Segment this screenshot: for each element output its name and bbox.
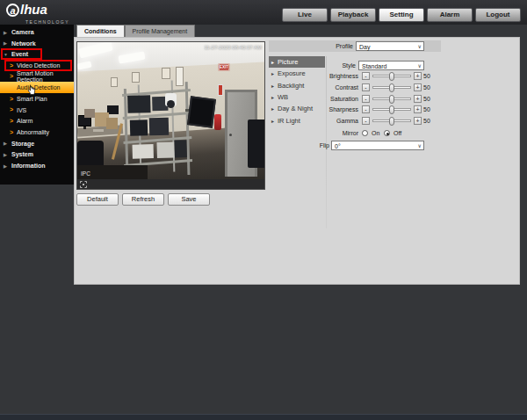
sidebar-item-video-detection[interactable]: > Video Detection [0,60,74,71]
cursor-hand-icon [26,84,37,96]
logout-button[interactable]: Logout [475,8,521,22]
logo-a-ring: a [6,4,19,17]
chevron-right-icon: > [10,118,13,124]
sidebar-item-label: Audio Detection [17,84,60,91]
monitor-stand [83,127,86,129]
sharpness-slider-thumb[interactable] [389,105,394,114]
gamma-minus-button[interactable]: - [362,117,370,125]
flip-select[interactable]: 0° ∨ [331,141,424,150]
contrast-minus-button[interactable]: - [362,83,370,91]
sidebar-item-storage[interactable]: ▶ Storage [0,138,74,149]
save-button[interactable]: Save [168,193,210,206]
rack-equipment [130,119,148,136]
tab-conditions[interactable]: Conditions [76,25,125,37]
top-header: alhua TECHNOLOGY Live Playback Setting A… [0,0,527,25]
live-button[interactable]: Live [282,8,328,22]
sidebar-item-event[interactable]: ▼ Event [0,48,74,60]
saturation-slider[interactable] [372,98,411,100]
desk-monitor [248,119,264,168]
sidebar-item-label: Smart Plan [17,96,47,102]
sidebar-item-smart-plan[interactable]: > Smart Plan [0,93,74,105]
saturation-plus-button[interactable]: + [414,95,422,103]
rack-equipment [127,95,151,113]
brightness-slider[interactable] [372,75,411,77]
sidebar-item-audio-detection[interactable]: Audio Detection [0,82,74,93]
style-select[interactable]: Standard ∨ [358,61,424,70]
menu-item-label: WB [278,93,288,101]
brightness-slider-thumb[interactable] [389,72,394,81]
chevron-right-icon: ▶ [4,152,7,157]
refresh-button[interactable]: Refresh [122,193,164,206]
contrast-plus-button[interactable]: + [414,83,422,91]
setting-button[interactable]: Setting [379,8,424,22]
sharpness-label: Sharpness [288,105,358,114]
gamma-slider-thumb[interactable] [389,117,394,126]
sidebar-item-abnormality[interactable]: > Abnormality [0,127,74,138]
fullscreen-icon[interactable] [80,181,87,188]
saturation-label: Saturation [288,95,358,104]
sidebar-menu: ▶ Camera ▶ Network ▼ Event > Video Detec… [0,25,74,185]
triangle-right-icon: ▸ [271,59,274,65]
dahua-camera-web-ui: alhua TECHNOLOGY Live Playback Setting A… [0,0,527,420]
gamma-plus-button[interactable]: + [414,117,422,125]
mirror-label: Mirror [288,129,358,138]
brightness-plus-button[interactable]: + [414,72,422,80]
sidebar-item-label: Network [11,40,36,47]
alarm-button[interactable]: Alarm [427,8,473,22]
sidebar-item-smart-motion-detection[interactable]: > Smart Motion Detection [0,71,74,83]
contrast-value: 50 [423,83,436,92]
brightness-label: Brightness [288,72,358,81]
sidebar-item-network[interactable]: ▶ Network [0,38,74,49]
saturation-slider-thumb[interactable] [389,95,394,104]
flip-select-value: 0° [335,143,341,149]
mirror-on-label: On [372,129,379,138]
chevron-right-icon: ▶ [4,163,7,169]
triangle-right-icon: ▸ [271,105,274,112]
top-nav: Live Playback Setting Alarm Logout [282,8,521,22]
rack-equipment [133,144,154,159]
playback-button[interactable]: Playback [330,8,376,22]
saturation-minus-button[interactable]: - [362,95,370,103]
tab-profile-management[interactable]: Profile Management [125,25,196,37]
sidebar-item-ivs[interactable]: > IVS [0,105,74,116]
sharpness-slider[interactable] [372,108,411,111]
contrast-slider[interactable] [372,86,411,89]
mirror-on-radio[interactable] [362,130,368,136]
ptz-dome-camera [165,93,177,106]
video-timestamp: 11-27-2023 08:40:37 AM [204,45,262,50]
tab-bar: Conditions Profile Management [76,25,195,37]
camera-scene: EXIT [77,42,264,179]
chevron-right-icon: > [10,96,13,102]
mirror-off-radio[interactable] [384,130,390,136]
gamma-value: 50 [423,117,436,126]
contrast-slider-thumb[interactable] [389,83,394,92]
mirror-off-label: Off [393,129,401,138]
brightness-minus-button[interactable]: - [362,72,370,80]
gamma-slider[interactable] [372,119,411,122]
sidebar-item-alarm[interactable]: > Alarm [0,116,74,127]
triangle-right-icon: ▸ [271,118,274,124]
style-label: Style [285,62,356,70]
wall-frame [111,77,118,87]
sidebar-item-system[interactable]: ▶ System [0,149,74,161]
sidebar-item-label: Event [11,51,28,57]
equipment-rack [121,75,192,178]
keyboard [93,129,104,132]
exit-sign: EXIT [219,63,230,70]
profile-select-value: Day [359,44,370,50]
dropdown-arrow-icon: ∨ [418,62,422,70]
default-button[interactable]: Default [76,193,119,206]
chevron-right-icon: > [10,73,13,79]
profile-select[interactable]: Day ∨ [356,41,424,51]
sharpness-plus-button[interactable]: + [414,105,422,113]
sidebar-item-camera[interactable]: ▶ Camera [0,26,74,38]
chevron-right-icon: ▶ [4,141,7,146]
dropdown-arrow-icon: ∨ [418,142,422,150]
sidebar-item-information[interactable]: ▶ Information [0,160,74,171]
dropdown-arrow-icon: ∨ [418,43,422,51]
profile-bar: Profile Day ∨ [269,40,441,52]
chevron-right-icon: > [10,106,13,112]
sharpness-minus-button[interactable]: - [362,105,370,113]
camera-preview: EXIT [76,41,265,190]
video-toolbar [77,179,264,189]
